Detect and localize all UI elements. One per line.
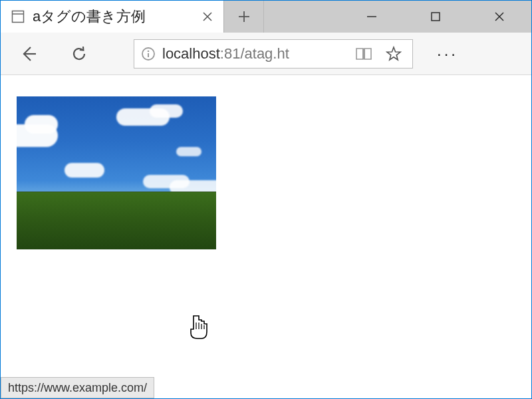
url-rest: :81/atag.ht: [220, 45, 289, 62]
tab-title: aタグの書き方例: [33, 7, 190, 27]
favorite-star-icon[interactable]: [379, 42, 408, 66]
status-link-url: https://www.example.com/: [8, 381, 147, 395]
reading-view-icon[interactable]: [350, 42, 379, 66]
page-icon: [11, 10, 25, 23]
site-info-icon[interactable]: [138, 47, 158, 61]
titlebar: aタグの書き方例: [1, 1, 531, 33]
image-link[interactable]: [17, 96, 216, 249]
page-content: [1, 75, 531, 398]
svg-rect-7: [432, 13, 440, 21]
close-window-button[interactable]: [467, 1, 531, 33]
cursor-pointer-icon: [187, 313, 209, 341]
address-bar[interactable]: localhost:81/atag.ht: [134, 39, 413, 68]
more-menu-button[interactable]: ···: [421, 45, 474, 63]
close-tab-icon[interactable]: [198, 7, 217, 26]
new-tab-button[interactable]: [224, 1, 264, 33]
url-host: localhost: [162, 45, 220, 62]
svg-point-12: [148, 50, 150, 52]
window-controls: [340, 1, 531, 33]
landscape-image: [17, 96, 216, 249]
titlebar-spacer: [264, 1, 340, 33]
maximize-button[interactable]: [404, 1, 467, 33]
browser-tab[interactable]: aタグの書き方例: [1, 1, 224, 33]
svg-rect-0: [13, 11, 24, 23]
toolbar: localhost:81/atag.ht ···: [1, 33, 531, 75]
refresh-button[interactable]: [55, 35, 103, 72]
url-text[interactable]: localhost:81/atag.ht: [158, 45, 350, 63]
back-button[interactable]: [5, 35, 53, 72]
status-bar: https://www.example.com/: [1, 377, 154, 398]
minimize-button[interactable]: [340, 1, 404, 33]
